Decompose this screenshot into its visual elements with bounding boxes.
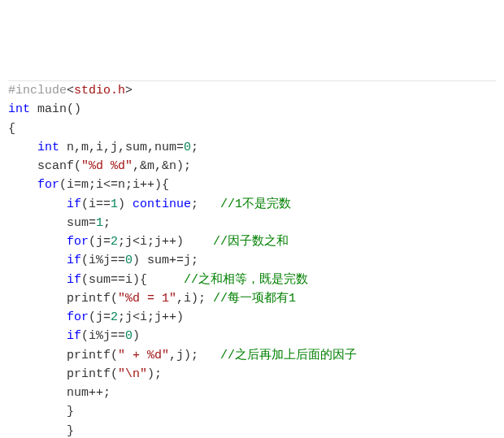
token-pun: );	[147, 367, 162, 381]
token-num: 0	[184, 141, 191, 154]
token-pun: ,&m,&n);	[133, 159, 191, 173]
token-typ: int	[8, 102, 30, 116]
token-pun: {	[8, 122, 15, 136]
token-pp: #include	[8, 84, 67, 98]
token-num: 0	[125, 329, 133, 343]
token-num: 0	[125, 254, 133, 267]
token-num: 2	[111, 310, 118, 324]
token-pun: (i=m;i<=n;i++){	[59, 178, 169, 192]
token-kw: if	[67, 197, 81, 211]
code-line: for(i=m;i<=n;i++){	[8, 176, 496, 194]
code-line: printf("\n");	[8, 365, 496, 384]
token-pun: (	[111, 349, 118, 362]
token-pun: }	[67, 405, 74, 418]
token-pun: <	[67, 84, 74, 98]
token-kw: if	[67, 329, 81, 343]
token-kw: for	[37, 178, 59, 192]
token-str: "%d = 1"	[118, 292, 176, 306]
token-pun: ;	[191, 141, 198, 154]
token-kw: for	[67, 235, 89, 249]
code-line: int n,m,i,j,sum,num=0;	[8, 138, 496, 157]
token-fn: scanf	[37, 159, 74, 173]
token-kw: continue	[133, 197, 191, 211]
token-pun: (sum==i){	[81, 273, 184, 287]
code-line: }	[8, 422, 496, 439]
token-pun: (j=	[89, 235, 111, 249]
token-str: " + %d"	[118, 349, 169, 362]
token-pun: ) sum+=j;	[133, 254, 198, 267]
code-line: scanf("%d %d",&m,&n);	[8, 157, 496, 176]
token-inc: stdio.h	[74, 84, 125, 98]
token-kw: if	[67, 273, 81, 287]
code-line: if(i==1) continue; //1不是完数	[8, 195, 496, 214]
token-pun: )	[133, 329, 140, 343]
token-fn: printf	[67, 349, 111, 362]
token-pun: (j=	[89, 310, 111, 324]
token-pun: ,i);	[176, 292, 213, 306]
token-cmt: //每一项都有1	[213, 292, 296, 306]
token-pun: n,m,i,j,sum,num=	[59, 141, 184, 154]
token-pun: ;	[103, 216, 111, 230]
token-pun: (i%j==	[81, 329, 125, 343]
token-str: "%d %d"	[81, 159, 133, 173]
token-cmt: //之后再加上后面的因子	[220, 349, 357, 362]
token-fn: printf	[67, 292, 111, 306]
code-line: if(sum==i){ //之和相等，既是完数	[8, 271, 496, 289]
token-pun: )	[118, 197, 133, 211]
token-kw: for	[67, 310, 89, 324]
token-pun: (	[74, 159, 81, 173]
token-fn: printf	[67, 367, 111, 381]
token-pun: sum=	[67, 216, 96, 230]
token-num: 1	[96, 216, 103, 230]
token-pun: ;j<i;j++)	[118, 310, 184, 324]
token-pun: ;j<i;j++)	[118, 235, 213, 249]
code-line: for(j=2;j<i;j++)	[8, 308, 496, 327]
token-pun: (i==	[81, 197, 111, 211]
code-line: if(i%j==0) sum+=j;	[8, 251, 496, 270]
code-line: int main()	[8, 100, 496, 119]
token-cmt: //1不是完数	[220, 197, 291, 211]
token-pun: num++;	[67, 386, 111, 400]
token-pun: ;	[191, 197, 220, 211]
code-line: #include<stdio.h>	[8, 81, 496, 100]
code-line: {	[8, 119, 496, 138]
code-line: printf("%d = 1",i); //每一项都有1	[8, 289, 496, 308]
token-pun: (i%j==	[81, 254, 125, 267]
code-line: sum=1;	[8, 214, 496, 232]
token-pun: }	[67, 424, 74, 438]
code-line: if(i%j==0)	[8, 327, 496, 345]
code-line: for(j=2;j<i;j++) //因子数之和	[8, 232, 496, 251]
token-cmt: //之和相等，既是完数	[184, 273, 308, 287]
token-pun: (	[111, 292, 118, 306]
token-pun: >	[125, 84, 133, 98]
code-line: num++;	[8, 384, 496, 402]
code-line: printf(" + %d",j); //之后再加上后面的因子	[8, 346, 496, 365]
token-num: 2	[111, 235, 118, 249]
token-pun: (	[111, 367, 118, 381]
code-block: #include<stdio.h>int main(){ int n,m,i,j…	[8, 80, 496, 438]
token-num: 1	[111, 197, 118, 211]
token-kw: if	[67, 254, 81, 267]
code-line: }	[8, 402, 496, 421]
token-typ: int	[37, 141, 59, 154]
token-pun: ,j);	[169, 349, 220, 362]
token-str: "\n"	[118, 367, 147, 381]
token-cmt: //因子数之和	[213, 235, 289, 249]
token-pun: main()	[30, 102, 81, 116]
